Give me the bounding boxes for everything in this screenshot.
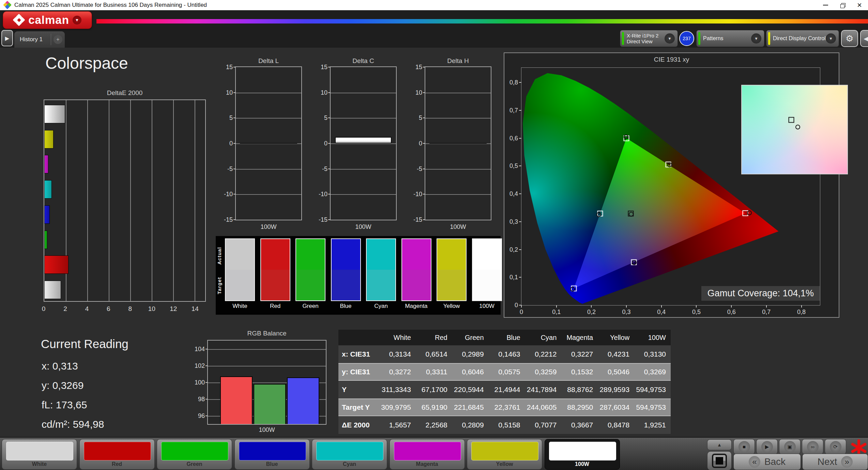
- delta_l-zero-bar: [240, 143, 298, 144]
- chevron-down-icon: ▼: [665, 33, 675, 44]
- pattern-button-white[interactable]: White: [2, 439, 77, 470]
- gamut-coverage-value: 104,1%: [782, 288, 814, 298]
- deltae-x-tick: 14: [192, 305, 199, 313]
- calman-menu-button[interactable]: calman ▼: [3, 11, 92, 29]
- display-control-dropdown[interactable]: Direct Display Control ▼: [766, 30, 839, 47]
- history-expand-button[interactable]: ▶: [1, 30, 13, 46]
- meter-count-badge[interactable]: 237: [679, 31, 694, 46]
- tick-mark: [423, 194, 425, 194]
- delta_h-y-tick: 0: [419, 140, 422, 147]
- pattern-window-toggle-button[interactable]: [707, 451, 732, 470]
- patterns-dropdown[interactable]: Patterns ▼: [696, 30, 764, 47]
- table-cell: 67,1700: [416, 386, 452, 394]
- pattern-button-100w[interactable]: 100W: [545, 439, 620, 470]
- swatch-label: Magenta: [401, 303, 431, 310]
- stop-button[interactable]: ■: [733, 439, 755, 454]
- refresh-button[interactable]: ⟳: [825, 439, 846, 454]
- pattern-label: Green: [157, 461, 232, 467]
- loop-button[interactable]: ∞: [802, 439, 823, 454]
- deltae-bar-red: [44, 255, 68, 274]
- tick-mark: [328, 143, 330, 144]
- swatch-column-magenta: [401, 238, 431, 301]
- actual-swatch: [261, 239, 290, 270]
- tick-mark: [205, 382, 208, 383]
- gridline: [331, 143, 396, 144]
- swatch-label: Blue: [331, 303, 361, 310]
- table-cell: 220,5944: [452, 386, 489, 394]
- chevron-down-icon: ▼: [826, 33, 836, 44]
- delta-c-chart-title: Delta C: [330, 57, 397, 65]
- tick-mark: [519, 193, 521, 194]
- rgb-x-label: 100W: [207, 426, 326, 434]
- pattern-button-cyan[interactable]: Cyan: [312, 439, 387, 470]
- pattern-button-red[interactable]: Red: [79, 439, 155, 470]
- delta_l-y-tick: 15: [226, 64, 233, 71]
- rgb-balance-chart: 1041021009896: [207, 340, 326, 425]
- pattern-button-blue[interactable]: Blue: [234, 439, 310, 470]
- chevron-up-icon: ▲: [717, 442, 722, 448]
- header-bar: calman ▼ ▶ History 1 + X-Rite i1Pro 2 Di…: [0, 10, 868, 48]
- tick-mark: [205, 365, 208, 366]
- gridline: [425, 93, 491, 93]
- pattern-swatch: [549, 442, 616, 460]
- tick-mark: [328, 118, 330, 118]
- collapse-toolbar-button[interactable]: ◀: [860, 30, 868, 47]
- swatch-label: Cyan: [366, 303, 396, 310]
- play-button[interactable]: ▶: [756, 439, 778, 454]
- tick-mark: [205, 349, 208, 349]
- target-swatch: [261, 270, 290, 300]
- swatch-label: Red: [260, 303, 290, 310]
- back-button[interactable]: « Back: [733, 454, 801, 470]
- delta_h-zero-bar: [429, 143, 487, 144]
- table-cell: 0,3227: [561, 350, 598, 358]
- delta-h-x-label: 100W: [425, 223, 491, 231]
- delta_l-y-tick: 0: [229, 140, 233, 147]
- swatch-label: 100W: [472, 303, 502, 310]
- pattern-button-magenta[interactable]: Magenta: [390, 439, 465, 470]
- delta_h-y-tick: -10: [413, 191, 422, 198]
- tick-mark: [233, 67, 235, 67]
- window-title: Calman 2025 Calman Ultimate for Business…: [14, 2, 207, 9]
- pattern-button-yellow[interactable]: Yellow: [467, 439, 542, 470]
- delta_h-y-tick: -15: [413, 216, 422, 223]
- swatch-label: White: [225, 303, 255, 310]
- table-cell: 0,5158: [489, 421, 525, 429]
- calman-app-icon: [4, 1, 11, 9]
- gridline: [208, 366, 326, 366]
- pattern-button-green[interactable]: Green: [157, 439, 232, 470]
- next-button[interactable]: Next »: [802, 454, 868, 470]
- add-tab-button[interactable]: +: [51, 35, 65, 44]
- restore-button[interactable]: [834, 0, 851, 10]
- calman-window: Calman 2025 Calman Ultimate for Business…: [0, 0, 868, 470]
- meter-dropdown[interactable]: X-Rite i1Pro 2 Direct View ▼: [620, 30, 678, 47]
- tick-mark: [423, 67, 425, 67]
- close-button[interactable]: ×: [851, 0, 868, 10]
- delta_l-y-tick: -10: [224, 191, 233, 198]
- minimize-button[interactable]: [817, 0, 834, 10]
- table-header-cell: Magenta: [561, 334, 598, 342]
- delta_c-y-tick: 10: [321, 89, 328, 96]
- pattern-swatch: [161, 442, 228, 460]
- gridline: [130, 100, 131, 301]
- settings-button[interactable]: ⚙: [841, 30, 858, 47]
- swatch-column-blue: [331, 238, 361, 301]
- tick-mark: [519, 305, 521, 306]
- table-cell: 0,1463: [489, 350, 525, 358]
- pattern-window-button[interactable]: ▣: [779, 439, 801, 454]
- swatch-column-white: [225, 238, 255, 301]
- target-swatch: [437, 270, 466, 300]
- meter-mode: Direct View: [627, 38, 665, 44]
- deltae2000-chart-title: DeltaE 2000: [44, 89, 206, 97]
- table-cell: 0,0575: [489, 368, 525, 376]
- chevron-double-right-icon: »: [841, 456, 853, 468]
- toolbar-expand-button[interactable]: ▲: [707, 439, 732, 450]
- table-row: y: CIE310,32720,33110,60460,05750,32590,…: [338, 363, 671, 381]
- deltae-x-tick: 8: [128, 305, 132, 313]
- tab-history-1[interactable]: History 1 +: [14, 31, 65, 48]
- deltae-x-tick: 6: [107, 305, 110, 313]
- tick-mark: [233, 92, 235, 93]
- stop-icon: ■: [738, 441, 750, 453]
- measured-marker-blue: [570, 287, 575, 292]
- cie-x-tick: 0,1: [552, 309, 561, 316]
- gridline: [331, 169, 396, 170]
